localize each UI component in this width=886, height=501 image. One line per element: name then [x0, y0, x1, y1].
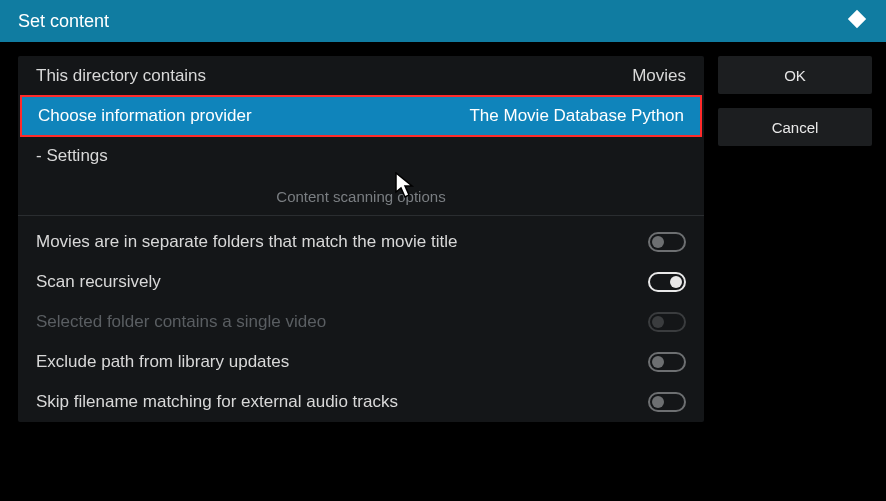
option-label: Exclude path from library updates — [36, 352, 648, 372]
choose-provider-row[interactable]: Choose information provider The Movie Da… — [20, 95, 702, 137]
section-title: Content scanning options — [18, 176, 704, 215]
choose-provider-label: Choose information provider — [38, 106, 469, 126]
option-label: Selected folder contains a single video — [36, 312, 648, 332]
main-panel: This directory contains Movies Choose in… — [18, 56, 704, 422]
directory-contains-value: Movies — [632, 66, 686, 86]
option-scan-recursively[interactable]: Scan recursively — [18, 262, 704, 302]
toggle-icon[interactable] — [648, 352, 686, 372]
dialog-header: Set content — [0, 0, 886, 42]
toggle-icon[interactable] — [648, 392, 686, 412]
option-label: Scan recursively — [36, 272, 648, 292]
toggle-icon — [648, 312, 686, 332]
directory-contains-label: This directory contains — [36, 66, 632, 86]
settings-label: - Settings — [36, 146, 686, 166]
cancel-button[interactable]: Cancel — [718, 108, 872, 146]
toggle-icon[interactable] — [648, 272, 686, 292]
sidebar: OK Cancel — [718, 56, 872, 422]
option-exclude-path[interactable]: Exclude path from library updates — [18, 342, 704, 382]
choose-provider-value: The Movie Database Python — [469, 106, 684, 126]
kodi-logo-icon — [846, 8, 868, 34]
directory-contains-row[interactable]: This directory contains Movies — [18, 56, 704, 96]
option-single-video: Selected folder contains a single video — [18, 302, 704, 342]
option-skip-filename-matching[interactable]: Skip filename matching for external audi… — [18, 382, 704, 422]
toggle-icon[interactable] — [648, 232, 686, 252]
dialog-body: This directory contains Movies Choose in… — [0, 42, 886, 436]
settings-row[interactable]: - Settings — [18, 136, 704, 176]
option-label: Skip filename matching for external audi… — [36, 392, 648, 412]
ok-button[interactable]: OK — [718, 56, 872, 94]
option-label: Movies are in separate folders that matc… — [36, 232, 648, 252]
option-separate-folders[interactable]: Movies are in separate folders that matc… — [18, 222, 704, 262]
dialog-title: Set content — [18, 11, 109, 32]
divider — [18, 215, 704, 216]
